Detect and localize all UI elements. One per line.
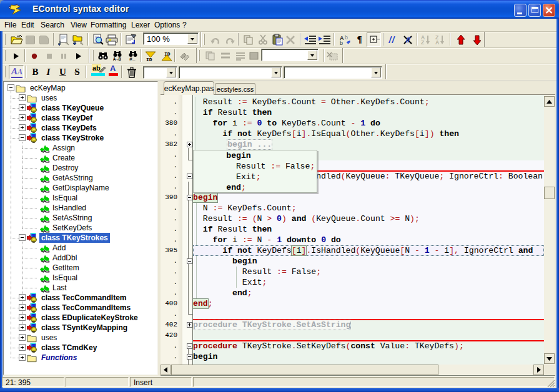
- svg-text:b: b: [340, 40, 343, 46]
- svg-text:b: b: [345, 34, 348, 41]
- svg-text:A→B: A→B: [113, 57, 121, 61]
- svg-text:Z: Z: [421, 39, 424, 45]
- svg-text:ID: ID: [146, 57, 152, 62]
- svg-text:A: A: [435, 39, 439, 45]
- svg-text:#_: #_: [129, 56, 136, 61]
